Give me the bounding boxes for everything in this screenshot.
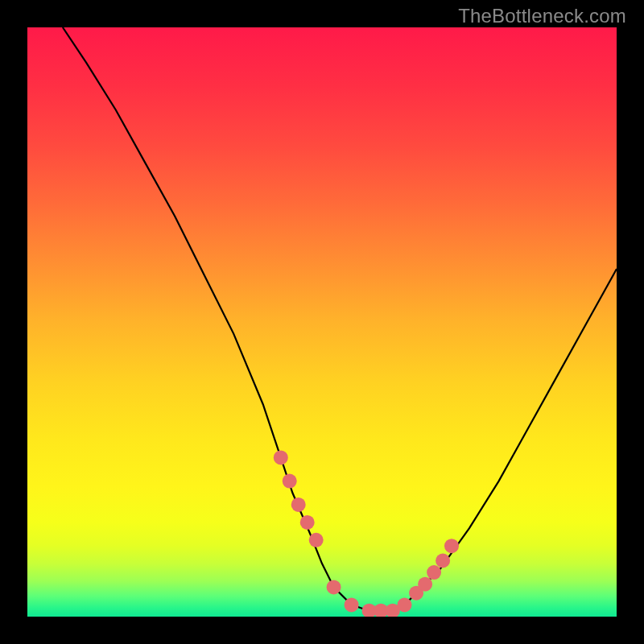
highlight-dot <box>345 597 359 612</box>
chart-frame: TheBottleneck.com <box>0 0 644 644</box>
highlight-dots <box>274 450 459 617</box>
highlight-dot <box>309 533 324 547</box>
highlight-dot <box>274 450 288 464</box>
chart-svg <box>27 27 617 617</box>
highlight-dot <box>327 580 341 594</box>
watermark-text: TheBottleneck.com <box>458 5 626 27</box>
plot-area <box>27 27 617 617</box>
bottleneck-curve <box>63 27 617 611</box>
highlight-dot <box>418 577 432 592</box>
highlight-dot <box>444 539 459 553</box>
highlight-dot <box>283 474 297 489</box>
highlight-dot <box>398 597 412 612</box>
highlight-dot <box>427 565 441 580</box>
highlight-dot <box>300 515 315 530</box>
highlight-dot <box>291 497 306 512</box>
highlight-dot <box>436 554 450 568</box>
